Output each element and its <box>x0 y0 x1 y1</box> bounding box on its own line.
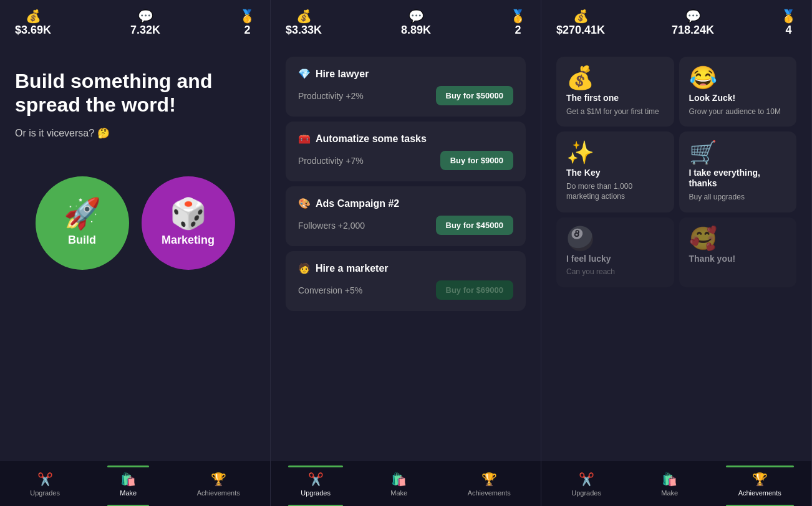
action-buttons: 🚀 Build 🎲 Marketing <box>15 176 255 270</box>
nav-achievements-3[interactable]: 🏆 Achievements <box>726 467 794 502</box>
followers-value-3: 718.24K <box>672 24 714 37</box>
make-nav-icon: 🛍️ <box>120 472 136 487</box>
hire-lawyer-buy-btn[interactable]: Buy for $50000 <box>436 86 514 105</box>
upgrade-automatize: 🧰 Automatize some tasks Productivity +7%… <box>286 122 526 181</box>
upgrade-list: 💎 Hire lawyer Productivity +2% Buy for $… <box>286 57 526 311</box>
medals-value: 2 <box>244 24 250 37</box>
stats-bar-2: 💰 $3.33K 💬 8.89K 🥇 2 <box>271 0 541 44</box>
look-zuck-icon: 😂 <box>689 67 717 89</box>
marketer-stat: Conversion +5% <box>298 285 362 295</box>
medals-icon: 🥇 <box>239 10 255 22</box>
upgrade-automatize-title: 🧰 Automatize some tasks <box>298 133 513 145</box>
marketing-icon: 🎲 <box>170 199 207 229</box>
upgrade-marketer-row: Conversion +5% Buy for $69000 <box>298 280 513 300</box>
money-value-3: $270.41K <box>556 24 605 37</box>
achievements-nav-label: Achievements <box>197 489 240 497</box>
make-nav-icon-3: 🛍️ <box>662 472 677 487</box>
money-stat-3: 💰 $270.41K <box>556 10 605 37</box>
followers-stat: 💬 7.32K <box>130 10 160 37</box>
make-nav-label-2: Make <box>390 489 407 497</box>
nav-upgrades-2[interactable]: ✂️ Upgrades <box>288 467 343 502</box>
take-everything-icon: 🛒 <box>689 141 717 164</box>
marketing-label: Marketing <box>162 234 215 247</box>
followers-icon-3: 💬 <box>685 10 701 22</box>
the-key-title: The Key <box>566 168 600 178</box>
achievements-grid: 💰 The first one Get a $1M for your first… <box>556 57 796 287</box>
take-everything-desc: Buy all upgrades <box>689 193 745 203</box>
the-key-desc: Do more than 1,000 marketing actions <box>566 182 664 201</box>
headline: Build something and spread the word! <box>15 69 255 117</box>
achievement-feel-lucky: 🎱 I feel lucky Can you reach <box>556 217 674 287</box>
nav-make-2[interactable]: 🛍️ Make <box>378 467 420 502</box>
medals-value-2: 2 <box>515 24 521 37</box>
subheadline: Or is it viceversa? 🤔 <box>15 127 255 139</box>
upgrade-ads-title: 🎨 Ads Campaign #2 <box>298 198 513 209</box>
bottom-nav-2: ✂️ Upgrades 🛍️ Make 🏆 Achievements <box>271 461 541 506</box>
upgrade-hire-marketer: 🧑 Hire a marketer Conversion +5% Buy for… <box>286 251 526 311</box>
main-content-3: 💰 The first one Get a $1M for your first… <box>541 44 811 461</box>
upgrade-hire-lawyer-row: Productivity +2% Buy for $50000 <box>298 86 513 105</box>
panel-upgrades: 💰 $3.33K 💬 8.89K 🥇 2 💎 Hire lawyer Produ… <box>271 0 541 506</box>
stats-bar-3: 💰 $270.41K 💬 718.24K 🥇 4 <box>541 0 811 44</box>
main-content-1: Build something and spread the word! Or … <box>0 44 270 461</box>
upgrades-nav-icon-3: ✂️ <box>579 472 594 487</box>
upgrade-hire-lawyer: 💎 Hire lawyer Productivity +2% Buy for $… <box>286 57 526 117</box>
ads-buy-btn[interactable]: Buy for $45000 <box>436 216 514 235</box>
feel-lucky-title: I feel lucky <box>566 254 611 264</box>
upgrades-nav-icon-2: ✂️ <box>308 472 324 487</box>
achievement-look-zuck: 😂 Look Zuck! Grow your audience to 10M <box>679 57 797 126</box>
main-content-2: 💎 Hire lawyer Productivity +2% Buy for $… <box>271 44 541 461</box>
feel-lucky-desc: Can you reach <box>566 267 615 277</box>
nav-upgrades-3[interactable]: ✂️ Upgrades <box>559 467 614 502</box>
nav-achievements-2[interactable]: 🏆 Achievements <box>455 467 523 502</box>
followers-value-2: 8.89K <box>401 24 431 37</box>
look-zuck-title: Look Zuck! <box>689 93 736 103</box>
make-nav-label: Make <box>120 489 137 497</box>
upgrades-nav-label-2: Upgrades <box>301 489 331 497</box>
upgrade-automatize-row: Productivity +7% Buy for $9000 <box>298 151 513 170</box>
make-nav-label-3: Make <box>661 489 678 497</box>
marketer-icon: 🧑 <box>298 262 311 274</box>
ads-icon: 🎨 <box>298 198 311 209</box>
take-everything-title: I take everything, thanks <box>689 168 787 189</box>
achievement-take-everything: 🛒 I take everything, thanks Buy all upgr… <box>679 131 797 212</box>
marketing-button[interactable]: 🎲 Marketing <box>142 176 235 270</box>
make-nav-icon-2: 🛍️ <box>391 472 407 487</box>
bottom-nav-3: ✂️ Upgrades 🛍️ Make 🏆 Achievements <box>541 461 811 506</box>
money-icon: 💰 <box>26 10 41 22</box>
build-icon: 🚀 <box>64 199 101 229</box>
automatize-stat: Productivity +7% <box>298 156 364 166</box>
upgrade-marketer-title: 🧑 Hire a marketer <box>298 262 513 274</box>
first-one-icon: 💰 <box>566 67 594 89</box>
build-button[interactable]: 🚀 Build <box>36 176 129 270</box>
upgrades-nav-label: Upgrades <box>30 489 60 497</box>
upgrade-ads-row: Followers +2,000 Buy for $45000 <box>298 216 513 235</box>
money-icon-2: 💰 <box>296 10 312 22</box>
upgrade-hire-lawyer-title: 💎 Hire lawyer <box>298 68 513 80</box>
marketer-buy-btn[interactable]: Buy for $69000 <box>436 280 514 300</box>
medals-icon-3: 🥇 <box>781 10 796 22</box>
money-icon-3: 💰 <box>573 10 589 22</box>
money-stat-2: 💰 $3.33K <box>286 10 322 37</box>
nav-achievements-1[interactable]: 🏆 Achievements <box>185 467 253 502</box>
upgrade-ads-campaign: 🎨 Ads Campaign #2 Followers +2,000 Buy f… <box>286 186 526 246</box>
medals-value-3: 4 <box>785 24 791 37</box>
achievement-thank-you: 🥰 Thank you! <box>679 217 797 287</box>
medals-stat: 🥇 2 <box>239 10 255 37</box>
the-key-icon: ✨ <box>566 141 594 164</box>
feel-lucky-icon: 🎱 <box>566 227 594 250</box>
followers-icon-2: 💬 <box>408 10 424 22</box>
money-value: $3.69K <box>15 24 51 37</box>
ads-stat: Followers +2,000 <box>298 221 365 231</box>
automatize-buy-btn[interactable]: Buy for $9000 <box>440 151 513 170</box>
build-label: Build <box>68 234 96 247</box>
upgrades-nav-icon: ✂️ <box>37 472 53 487</box>
nav-make-1[interactable]: 🛍️ Make <box>107 467 149 502</box>
nav-make-3[interactable]: 🛍️ Make <box>649 467 690 502</box>
first-one-title: The first one <box>566 93 619 103</box>
nav-upgrades-1[interactable]: ✂️ Upgrades <box>17 467 72 502</box>
medals-stat-2: 🥇 2 <box>510 10 526 37</box>
followers-icon: 💬 <box>138 10 153 22</box>
achievements-nav-icon-2: 🏆 <box>481 472 497 487</box>
medals-stat-3: 🥇 4 <box>781 10 796 37</box>
